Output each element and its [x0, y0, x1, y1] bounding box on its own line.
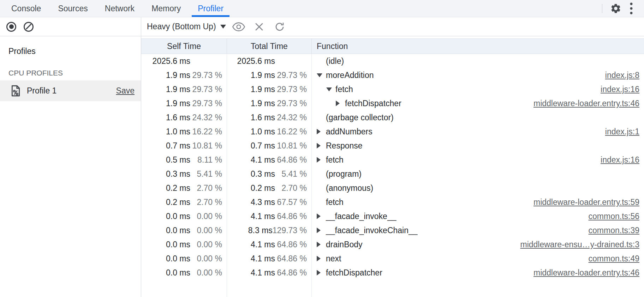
function-cell: (anonymous)	[312, 181, 644, 195]
total-time-ms: 0.2 ms	[251, 183, 275, 193]
settings-button[interactable]	[608, 1, 624, 16]
expand-arrow-icon[interactable]	[317, 129, 326, 134]
self-time-percent: 0.00 %	[190, 254, 222, 263]
save-profile-link[interactable]: Save	[116, 86, 135, 96]
source-location-link[interactable]: index.js:16	[601, 85, 639, 94]
source-location-link[interactable]: middleware-loader.entry.ts:46	[533, 268, 639, 278]
expand-arrow-icon[interactable]	[317, 213, 326, 219]
self-time-cell: 0.3 ms 5.41 %	[141, 167, 227, 181]
profile-list-item[interactable]: Profile 1 Save	[0, 80, 141, 101]
self-time-cell: 0.0 ms 0.00 %	[141, 223, 227, 237]
table-row[interactable]: 1.9 ms 29.73 % 1.9 ms 29.73 % fetch inde…	[141, 82, 644, 96]
source-location-link[interactable]: common.ts:49	[589, 254, 639, 263]
expand-arrow-icon[interactable]	[317, 73, 326, 77]
source-location-link[interactable]: index.js:16	[601, 155, 639, 165]
table-row[interactable]: 1.0 ms 16.22 % 1.0 ms 16.22 % addNumbers…	[141, 125, 644, 139]
expand-arrow-icon[interactable]	[317, 143, 326, 148]
profiles-sidebar: Profiles CPU PROFILES Profile 1 Save	[0, 36, 141, 297]
source-location-link[interactable]: middleware-loader.entry.ts:46	[533, 99, 639, 108]
function-cell: addNumbers index.js:1	[312, 125, 644, 139]
table-row[interactable]: 0.2 ms 2.70 % 0.2 ms 2.70 % (anonymous)	[141, 181, 644, 195]
total-time-percent: 29.73 %	[275, 71, 307, 80]
restore-all-button[interactable]	[272, 20, 287, 34]
function-name: (program)	[326, 169, 362, 179]
table-row[interactable]: 2025.6 ms 2025.6 ms (idle)	[141, 54, 644, 68]
table-row[interactable]: 1.9 ms 29.73 % 1.9 ms 29.73 % moreAdditi…	[141, 68, 644, 82]
slash-icon	[26, 24, 31, 29]
self-time-percent: 10.81 %	[190, 141, 222, 151]
profiler-toolbar: Heavy (Bottom Up)	[0, 17, 644, 36]
total-time-cell: 4.1 ms 64.86 %	[227, 209, 312, 223]
self-time-cell: 0.2 ms 2.70 %	[141, 195, 227, 209]
table-row[interactable]: 0.0 ms 0.00 % 4.1 ms 64.86 % drainBody m…	[141, 237, 644, 251]
function-name: Response	[326, 141, 363, 151]
expand-arrow-icon[interactable]	[317, 270, 326, 275]
expand-arrow-icon[interactable]	[317, 242, 326, 247]
function-cell: fetch middleware-loader.entry.ts:59	[312, 195, 644, 209]
column-header-total-time[interactable]: Total Time	[227, 39, 312, 54]
source-location-link[interactable]: common.ts:39	[589, 226, 639, 235]
table-row[interactable]: 0.0 ms 0.00 % 4.1 ms 64.86 % __facade_in…	[141, 209, 644, 223]
table-row[interactable]: 0.0 ms 0.00 % 4.1 ms 64.86 % fetchDispat…	[141, 266, 644, 280]
self-time-cell: 0.7 ms 10.81 %	[141, 139, 227, 153]
total-time-ms: 1.6 ms	[251, 113, 275, 122]
self-time-cell: 2025.6 ms	[141, 54, 227, 68]
source-location-link[interactable]: common.ts:56	[589, 212, 639, 221]
self-time-ms: 1.9 ms	[166, 85, 190, 94]
table-row[interactable]: 1.6 ms 24.32 % 1.6 ms 24.32 % (garbage c…	[141, 110, 644, 125]
total-time-percent: 5.41 %	[275, 169, 307, 179]
tab-profiler-label: Profiler	[198, 4, 223, 13]
self-time-percent: 0.00 %	[190, 240, 222, 249]
expand-arrow-icon[interactable]	[326, 87, 335, 91]
record-button[interactable]	[6, 22, 16, 32]
clear-profiles-button[interactable]	[24, 22, 34, 32]
tab-console[interactable]: Console	[3, 0, 49, 17]
devtools-tabbar: Console Sources Network Memory Profiler	[0, 0, 644, 17]
tab-profiler[interactable]: Profiler	[189, 0, 232, 17]
sidebar-title: Profiles	[0, 47, 141, 56]
tab-console-label: Console	[11, 4, 41, 13]
total-time-ms: 4.1 ms	[251, 212, 275, 221]
tab-sources[interactable]: Sources	[49, 0, 96, 17]
table-row[interactable]: 0.3 ms 5.41 % 0.3 ms 5.41 % (program)	[141, 167, 644, 181]
column-header-function[interactable]: Function	[312, 39, 644, 54]
source-location-link[interactable]: middleware-ensu…y-drained.ts:3	[520, 240, 640, 249]
self-time-cell: 1.0 ms 16.22 %	[141, 125, 227, 139]
exclude-selected-button[interactable]	[251, 20, 267, 34]
total-time-cell: 1.6 ms 24.32 %	[227, 110, 312, 125]
refresh-icon	[274, 22, 285, 32]
tabbar-right-controls	[602, 0, 644, 17]
table-row[interactable]: 0.7 ms 10.81 % 0.7 ms 10.81 % Response	[141, 139, 644, 153]
tabbar-spacer	[232, 0, 602, 17]
function-name: moreAddition	[326, 71, 374, 80]
self-time-ms: 0.0 ms	[166, 212, 190, 221]
column-header-self-time[interactable]: Self Time	[141, 39, 227, 54]
expand-arrow-icon[interactable]	[317, 228, 326, 233]
focus-selected-button[interactable]	[231, 20, 246, 34]
expand-arrow-icon[interactable]	[317, 157, 326, 163]
table-row[interactable]: 0.5 ms 8.11 % 4.1 ms 64.86 % fetch index…	[141, 153, 644, 167]
total-time-cell: 4.1 ms 64.86 %	[227, 266, 312, 280]
expand-arrow-icon[interactable]	[336, 101, 345, 106]
table-row[interactable]: 0.2 ms 2.70 % 4.3 ms 67.57 % fetch middl…	[141, 195, 644, 209]
tab-memory[interactable]: Memory	[143, 0, 189, 17]
source-location-link[interactable]: middleware-loader.entry.ts:59	[533, 198, 639, 207]
expand-arrow-icon[interactable]	[317, 256, 326, 261]
tab-network-label: Network	[105, 4, 135, 13]
source-location-link[interactable]: index.js:8	[605, 71, 639, 80]
tab-network[interactable]: Network	[96, 0, 143, 17]
more-options-button[interactable]	[624, 1, 639, 16]
function-cell: __facade_invoke__ common.ts:56	[312, 209, 644, 223]
table-row[interactable]: 0.0 ms 0.00 % 8.3 ms 129.73 % __facade_i…	[141, 223, 644, 237]
view-mode-dropdown[interactable]: Heavy (Bottom Up)	[147, 22, 226, 31]
table-row[interactable]: 0.0 ms 0.00 % 4.1 ms 64.86 % next common…	[141, 251, 644, 266]
self-time-cell: 1.9 ms 29.73 %	[141, 82, 227, 96]
table-row[interactable]: 1.9 ms 29.73 % 1.9 ms 29.73 % fetchDispa…	[141, 96, 644, 110]
source-location-link[interactable]: index.js:1	[605, 127, 639, 137]
gear-icon	[610, 3, 621, 14]
close-icon	[254, 22, 264, 32]
self-time-percent: 2.70 %	[190, 198, 222, 207]
tab-memory-label: Memory	[151, 4, 181, 13]
self-time-cell: 0.0 ms 0.00 %	[141, 251, 227, 266]
self-time-percent: 29.73 %	[190, 85, 222, 94]
